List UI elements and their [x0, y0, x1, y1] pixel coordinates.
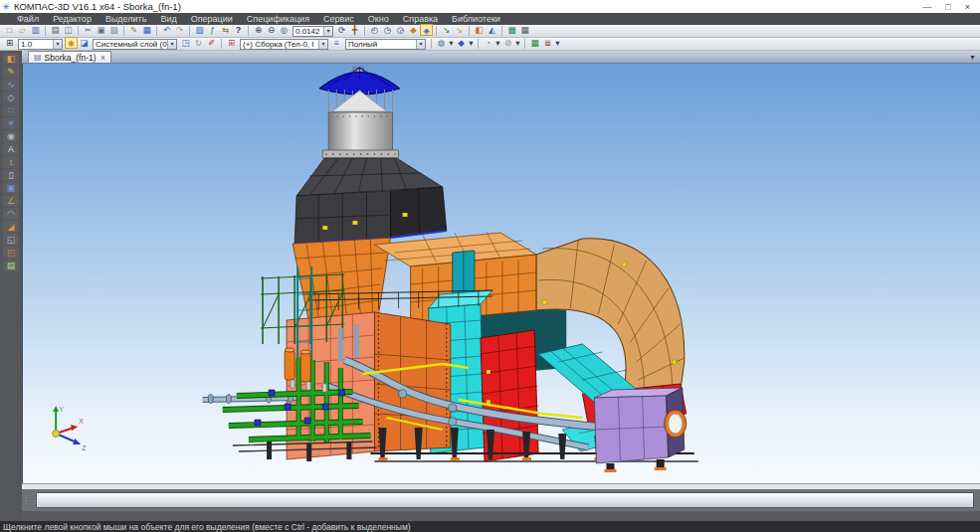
- window-title: КОМПАС-3D V16.1 x64 - Sborka_(fn-1): [12, 1, 922, 12]
- tab-overflow-caret[interactable]: ▼: [969, 54, 976, 61]
- component-icon[interactable]: ◧: [3, 53, 19, 65]
- separator: [123, 26, 124, 36]
- document-tab-label: Sborka_(fn-1): [45, 53, 97, 63]
- minimize-button[interactable]: —: [922, 2, 931, 12]
- fillet-icon[interactable]: ◢: [3, 221, 19, 233]
- insert-table-icon[interactable]: ▦: [140, 24, 153, 36]
- maximize-button[interactable]: □: [945, 2, 950, 12]
- dimension-icon[interactable]: ↕: [3, 156, 19, 168]
- rotate-view-icon[interactable]: ◴: [368, 24, 381, 36]
- new-layer-icon[interactable]: ◳: [179, 37, 192, 49]
- zoom-scale-combo[interactable]: 0.0142 ▾: [293, 26, 333, 37]
- statusbar: Щелкните левой кнопкой мыши на объекте д…: [0, 521, 980, 532]
- property-bar[interactable]: [36, 492, 974, 508]
- dropdown-caret[interactable]: ▾: [468, 37, 475, 49]
- scale-value: 1.0: [19, 40, 53, 49]
- hopper-diffuser[interactable]: [294, 158, 447, 244]
- format-icon[interactable]: ⊞: [3, 37, 16, 49]
- separator: [431, 39, 432, 49]
- print-icon[interactable]: ▤: [49, 24, 62, 36]
- drag-grip[interactable]: ⋮⋮: [22, 496, 36, 505]
- tab-close-icon[interactable]: x: [99, 53, 105, 62]
- chevron-down-icon[interactable]: ▾: [53, 40, 62, 49]
- measure-icon[interactable]: ∠: [3, 195, 19, 207]
- chevron-down-icon[interactable]: ▾: [416, 40, 425, 49]
- copy-properties-icon[interactable]: ✎: [127, 24, 140, 36]
- rotate-view-alt2-icon[interactable]: ◶: [394, 24, 407, 36]
- eraser-icon[interactable]: ◪: [78, 37, 91, 49]
- snap-icon[interactable]: ✱: [65, 37, 78, 49]
- boiler-assembly-model[interactable]: [203, 68, 698, 472]
- chevron-down-icon[interactable]: ▾: [167, 40, 176, 49]
- close-button[interactable]: ×: [965, 2, 970, 12]
- open-document-icon[interactable]: ▱: [16, 24, 29, 36]
- plane-icon[interactable]: ◱: [3, 234, 19, 246]
- paste-icon[interactable]: ▨: [107, 24, 120, 36]
- array-icon[interactable]: ∷: [3, 104, 19, 116]
- undo-icon[interactable]: ↶: [160, 24, 173, 36]
- zoom-scale-value: 0.0142: [294, 27, 323, 36]
- layer-combo[interactable]: Системный слой (0) ▾: [93, 39, 177, 50]
- assembly-combo[interactable]: (+) Сборка (Тел-0, I ▾: [240, 39, 328, 50]
- scale-combo[interactable]: 1.0 ▾: [18, 39, 63, 50]
- zoom-area-icon[interactable]: ◎: [278, 24, 291, 36]
- edit-part-icon[interactable]: ✎: [3, 66, 19, 78]
- dropdown-caret[interactable]: ▾: [514, 37, 521, 49]
- outlet-opening: [669, 414, 683, 434]
- mass-properties-icon[interactable]: ▦: [528, 37, 541, 49]
- display-mode-combo[interactable]: Полный ▾: [345, 39, 426, 50]
- layer-value: Системный слой (0): [94, 40, 167, 49]
- sheet-icon[interactable]: ▯: [3, 169, 19, 181]
- measure-menu-icon[interactable]: ≣: [541, 37, 554, 49]
- stack-cylinder: [328, 112, 392, 152]
- display-mode-value: Полный: [346, 40, 416, 49]
- zoom-out-icon[interactable]: ⊖: [265, 24, 278, 36]
- separator: [364, 26, 365, 36]
- 3d-viewport[interactable]: Y X Z: [22, 64, 980, 483]
- status-message: Щелкните левой кнопкой мыши на объекте д…: [3, 522, 411, 532]
- assembly-value: (+) Сборка (Тел-0, I: [241, 40, 318, 49]
- separator: [45, 26, 46, 36]
- save-icon[interactable]: ▥: [29, 24, 42, 36]
- axis-z-label: Z: [82, 444, 87, 451]
- kompas-3d-window: ✳ КОМПАС-3D V16.1 x64 - Sborka_(fn-1) — …: [0, 0, 980, 532]
- assembly-tree-icon[interactable]: ⊞: [225, 37, 238, 49]
- copy-icon[interactable]: ▣: [95, 24, 107, 36]
- dropdown-caret[interactable]: ▾: [448, 37, 455, 49]
- document-tabbar: ▤ Sborka_(fn-1) x ▼: [22, 51, 980, 64]
- spline-icon[interactable]: ∿: [3, 79, 19, 90]
- point-icon[interactable]: ◇: [3, 91, 19, 103]
- rotate-body-icon[interactable]: ◔: [482, 37, 494, 49]
- pan-icon[interactable]: ╋: [348, 24, 361, 36]
- edit-inplace-icon[interactable]: ✐: [205, 37, 218, 49]
- axes-triad: Y X Z: [53, 406, 88, 451]
- shading-mode-icon[interactable]: ◍: [435, 37, 448, 49]
- orientation-cube-icon[interactable]: ◆: [407, 24, 420, 36]
- axis-y-label: Y: [59, 406, 64, 413]
- document-tab[interactable]: ▤ Sborka_(fn-1) x: [28, 51, 111, 63]
- report-icon[interactable]: ▤: [3, 260, 19, 271]
- orange-duct[interactable]: [293, 232, 536, 322]
- structure-icon[interactable]: ≡: [330, 37, 343, 49]
- solid-display-icon[interactable]: ◆: [455, 37, 468, 49]
- rebuild-icon[interactable]: ↻: [192, 37, 205, 49]
- bottom-filler: [22, 511, 980, 521]
- face-icon[interactable]: ▣: [3, 182, 19, 194]
- separator: [156, 26, 157, 36]
- purple-outlet-box[interactable]: [594, 388, 686, 472]
- rotate-view-alt-icon[interactable]: ◷: [381, 24, 394, 36]
- dropdown-caret[interactable]: ▾: [494, 37, 501, 49]
- text-icon[interactable]: A: [3, 143, 19, 155]
- document-icon: ▤: [34, 53, 42, 62]
- axis-icon[interactable]: ✳: [3, 117, 19, 129]
- zoom-in-icon[interactable]: ⊕: [252, 24, 265, 36]
- chevron-down-icon[interactable]: ▾: [318, 40, 327, 49]
- arc-icon[interactable]: ◠: [3, 208, 19, 220]
- app-logo-icon: ✳: [0, 2, 12, 12]
- chimney-stack[interactable]: [319, 68, 399, 158]
- titlebar: ✳ КОМПАС-3D V16.1 x64 - Sborka_(fn-1) — …: [0, 0, 980, 13]
- dropdown-caret[interactable]: ▾: [554, 37, 561, 49]
- section-view-icon[interactable]: ⊘: [501, 37, 514, 49]
- attach-icon[interactable]: ◉: [3, 130, 19, 142]
- extrude-icon[interactable]: ◰: [3, 247, 19, 259]
